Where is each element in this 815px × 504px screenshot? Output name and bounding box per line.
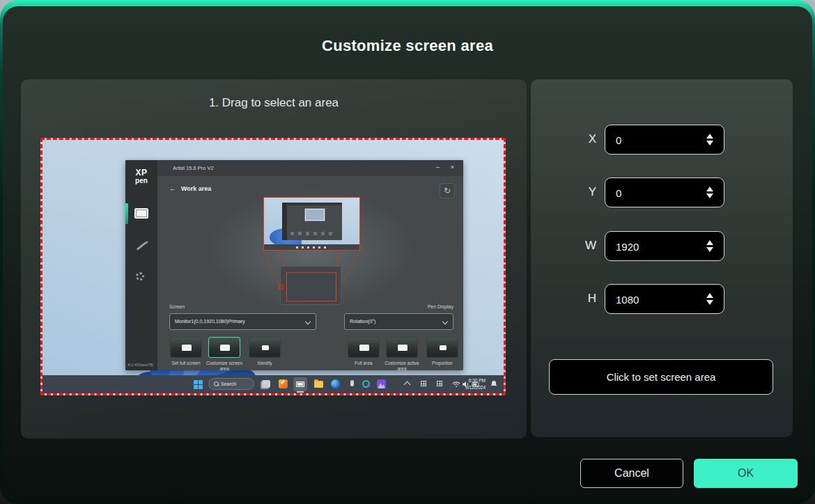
y-field-row: Y	[571, 177, 745, 207]
x-label: X	[571, 132, 596, 146]
gear-icon	[136, 272, 144, 281]
app-title: Artist 15.6 Pro V2	[173, 165, 214, 171]
button-label: Full area	[342, 361, 385, 366]
mic-app-icon	[346, 377, 359, 391]
chevron-down-icon	[442, 319, 448, 324]
loop-icon	[362, 380, 370, 388]
proportion-icon	[440, 345, 447, 350]
xppen-app-window: Artist 15.6 Pro V2 – × XP pen	[125, 160, 463, 370]
sidebar-item-workarea	[125, 203, 157, 224]
w-stepper	[702, 232, 717, 260]
identify-button	[249, 337, 281, 358]
rotation-select-value: Rotation(0°)	[350, 319, 375, 324]
x-spinbox	[605, 125, 724, 155]
x-field-row: X	[571, 124, 745, 155]
sidebar-item-settings	[125, 267, 157, 288]
stepper-down-icon[interactable]	[706, 141, 713, 145]
tablet-corner-marker	[279, 285, 284, 290]
customize-screen-area-dialog: Customize screen area 1. Drag to select …	[0, 0, 815, 504]
x-input[interactable]	[614, 125, 694, 155]
stepper-up-icon[interactable]	[706, 240, 713, 245]
button-label: Customize screen area	[203, 361, 246, 370]
monitor-map-preview	[263, 197, 360, 251]
ok-button[interactable]: OK	[694, 459, 798, 488]
drag-select-panel: 1. Drag to select an area	[21, 79, 527, 439]
stepper-up-icon[interactable]	[706, 134, 713, 139]
set-screen-area-button[interactable]: Click to set screen area	[549, 359, 773, 395]
search-pill: Search	[208, 378, 254, 390]
files-icon	[262, 380, 270, 388]
search-icon	[214, 381, 219, 386]
driver-version: 4.0.43(bed78)	[127, 363, 158, 367]
screen-label: Screen	[169, 304, 185, 309]
customize-active-area-button	[386, 337, 418, 358]
mini-app-window	[282, 203, 342, 240]
h-label: H	[571, 292, 596, 306]
explorer-app-icon	[312, 377, 326, 391]
photos-icon	[377, 379, 386, 388]
screen: Customize screen area 1. Drag to select …	[0, 0, 815, 504]
start-icon	[191, 377, 205, 391]
w-spinbox	[605, 231, 724, 261]
monitor-select-value: Monitor1(0,0,1920,1080)Primary	[175, 319, 245, 324]
windows-logo-icon	[194, 380, 203, 389]
y-label: Y	[571, 185, 596, 199]
stepper-up-icon[interactable]	[706, 293, 713, 298]
w-field-row: W	[571, 230, 745, 261]
app-sidebar: XP pen	[125, 160, 157, 370]
search-label: Search	[221, 379, 236, 389]
y-stepper	[702, 178, 717, 207]
h-input[interactable]	[614, 285, 694, 315]
coordinates-panel: X Y	[531, 79, 793, 437]
y-input[interactable]	[614, 178, 694, 208]
xppen-tablet-icon	[296, 381, 304, 387]
monitor-rect-icon	[398, 345, 408, 351]
y-spinbox	[605, 178, 724, 207]
mic-icon	[350, 380, 354, 386]
button-label: Proportion	[421, 361, 463, 366]
active-app-indicator	[297, 391, 304, 393]
w-input[interactable]	[614, 232, 694, 262]
x-stepper	[702, 125, 717, 154]
active-accent-bar	[125, 203, 128, 224]
screen-preview-drag-area[interactable]: Artist 15.6 Pro V2 – × XP pen	[40, 138, 506, 395]
stepper-down-icon[interactable]	[706, 194, 713, 198]
chevron-down-icon	[305, 319, 311, 324]
app-titlebar: Artist 15.6 Pro V2 – ×	[125, 160, 463, 176]
minimize-icon: –	[436, 164, 440, 171]
mini-taskbar	[264, 244, 359, 250]
dialog-body: Customize screen area 1. Drag to select …	[3, 6, 812, 501]
time-text: 6:30 PM	[449, 377, 486, 384]
app-content: ←Work area ↻	[157, 176, 463, 370]
stepper-down-icon[interactable]	[706, 247, 713, 252]
stepper-down-icon[interactable]	[706, 300, 713, 305]
tablet-icon	[134, 208, 148, 219]
xppen-driver-app-icon	[293, 377, 307, 391]
mini-button-row	[290, 232, 336, 235]
w-label: W	[571, 239, 596, 253]
tray-apps-grid-icon	[421, 381, 426, 386]
cancel-button[interactable]: Cancel	[580, 459, 683, 488]
sidebar-item-pen	[125, 237, 157, 258]
button-label: Customize active area	[380, 361, 424, 370]
button-label: Set full screen	[164, 361, 208, 366]
mini-monitor-thumb	[305, 209, 325, 221]
edge-app-icon	[329, 377, 343, 391]
pen-display-label: Pen Display	[428, 304, 453, 309]
photos-app-icon	[375, 377, 389, 391]
dialog-title: Customize screen area	[3, 37, 812, 55]
folder-icon	[314, 381, 323, 388]
stepper-up-icon[interactable]	[706, 187, 713, 191]
taskbar-clock: 6:30 PM 9/12/2024	[449, 377, 486, 391]
mini-titlebar	[282, 203, 342, 205]
h-stepper	[702, 285, 717, 313]
monitor-rect-icon	[182, 345, 192, 351]
xppen-logo: XP pen	[125, 168, 157, 184]
mini-sidebar	[282, 203, 287, 240]
date-text: 9/12/2024	[449, 384, 486, 391]
monitor-select: Monitor1(0,0,1920,1080)Primary	[169, 313, 316, 330]
paint-app-icon	[277, 377, 290, 391]
taskbar: Search	[42, 375, 504, 393]
tablet-device-preview	[280, 266, 341, 305]
rotation-select: Rotation(0°)	[344, 313, 453, 330]
